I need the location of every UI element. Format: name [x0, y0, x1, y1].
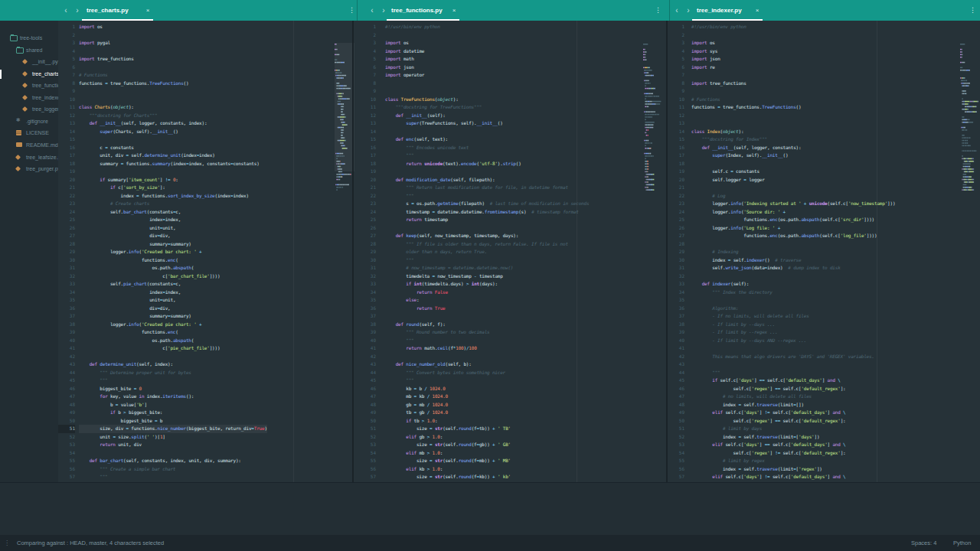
code-line[interactable]: import operator — [385, 71, 589, 80]
code-line[interactable]: self.logger = logger — [691, 176, 895, 184]
pane-divider[interactable] — [666, 21, 668, 482]
code-line[interactable]: This means that algo drivers are 'DAYS' … — [691, 353, 895, 361]
sidebar-item-license[interactable]: LICENSE — [0, 127, 58, 139]
code-line[interactable]: os.path.abspath( — [79, 337, 267, 345]
code-line[interactable]: elif self.c['days'] != self.c['default_d… — [691, 409, 895, 417]
code-line[interactable]: summary=summary) — [79, 312, 267, 321]
code-line[interactable]: """docstring for Charts""" — [79, 112, 267, 120]
line-number-gutter[interactable]: 1234567891011121314151617181920212223242… — [668, 21, 684, 481]
code-line[interactable] — [691, 240, 895, 249]
code-line[interactable]: import pygal — [79, 39, 267, 47]
prev-tab-icon[interactable]: ‹ — [61, 0, 70, 21]
tab-tree-indexer[interactable]: tree_indexer.py × — [692, 0, 763, 21]
code-line[interactable]: # Create charts — [79, 200, 267, 208]
code-line[interactable]: elif self.c['days'] != self.c['default_d… — [691, 473, 895, 481]
code-line[interactable]: if self.c['days'] == self.c['default_day… — [691, 377, 895, 385]
indentation-status[interactable]: Spaces: 4 — [911, 540, 936, 546]
code-line[interactable]: index = self.traverse(limit=['days']) — [691, 433, 895, 442]
code-line[interactable]: #!/usr/bin/env python — [691, 23, 895, 31]
code-line[interactable]: Algorithm: — [691, 305, 895, 313]
code-line[interactable] — [79, 353, 267, 361]
code-line[interactable]: index = functions.sort_index_by_size(ind… — [79, 192, 267, 201]
code-line[interactable]: def indexer(self): — [691, 280, 895, 289]
code-line[interactable]: if summary['item_count'] != 0: — [79, 176, 267, 184]
prev-tab-icon[interactable]: ‹ — [368, 0, 377, 21]
code-line[interactable]: import json — [385, 64, 589, 72]
code-line[interactable]: timestamp = datetime.datetime.fromtimest… — [385, 208, 589, 217]
code-line[interactable] — [79, 47, 267, 56]
code-line[interactable]: unit=unit, — [79, 224, 267, 233]
code-line[interactable]: elif mb > 1.0: — [385, 449, 589, 458]
code-line[interactable] — [385, 224, 589, 233]
code-line[interactable]: """ Round number to two decimals — [385, 328, 589, 337]
code-line[interactable]: """ Return last modification date for fi… — [385, 184, 589, 192]
code-area-tree_indexer.py[interactable]: #!/usr/bin/env python import osimport sy… — [691, 21, 895, 481]
sidebar-item--gitignore[interactable]: ✱.gitignore — [0, 116, 58, 127]
code-line[interactable]: index = self.traverse(limit=[]) — [691, 401, 895, 409]
tab-tree-charts[interactable]: tree_charts.py × — [82, 0, 153, 21]
sidebar-item--init-py[interactable]: __init__.py — [0, 56, 58, 67]
code-line[interactable]: div=div, — [79, 232, 267, 240]
code-line[interactable]: def keep(self, now_timestamp, timestamp,… — [385, 232, 589, 240]
code-line[interactable]: def __init__(self): — [385, 112, 589, 120]
code-line[interactable] — [385, 80, 589, 88]
code-line[interactable]: return False — [385, 289, 589, 297]
code-line[interactable]: c['pie_chart_file']))) — [79, 344, 267, 353]
code-line[interactable]: super(Charts, self).__init__() — [79, 128, 267, 136]
tab-overflow-icon[interactable]: ⋮ — [348, 0, 355, 21]
code-line[interactable]: functions.enc(os.path.abspath(self.c['sr… — [691, 216, 895, 224]
code-line[interactable]: """ Create a simple bar chart — [79, 465, 267, 474]
code-line[interactable]: logger.info('Created pie chart: ' + — [79, 321, 267, 329]
code-line[interactable]: size = str(self.round(f=kb)) + ' kb' — [385, 473, 589, 481]
code-line[interactable]: """ Index the directory — [691, 289, 895, 297]
code-line[interactable]: # limit by days — [691, 425, 895, 433]
code-line[interactable]: self.write_json(data=index) # dump index… — [691, 264, 895, 272]
code-line[interactable]: os.path.abspath( — [79, 264, 267, 272]
code-line[interactable]: import tree_functions — [79, 55, 267, 64]
line-number-gutter[interactable]: 1234567891011121314151617181920212223242… — [58, 21, 75, 481]
code-line[interactable] — [79, 31, 267, 40]
code-line[interactable] — [691, 296, 895, 305]
code-line[interactable]: self.c = constants — [691, 168, 895, 176]
code-line[interactable]: """ If file is older than n days, return… — [385, 240, 589, 249]
code-line[interactable]: div=div, — [79, 305, 267, 313]
code-line[interactable]: self.c['regex'] == self.c['default_regex… — [691, 385, 895, 393]
code-line[interactable]: functions.enc( — [79, 328, 267, 337]
code-line[interactable]: class Charts(object): — [79, 103, 267, 112]
code-line[interactable]: def determine_unit(self, index): — [79, 360, 267, 369]
minimap-tree_functions.py[interactable] — [643, 43, 663, 272]
code-line[interactable]: index=index, — [79, 289, 267, 297]
code-line[interactable] — [691, 112, 895, 120]
code-line[interactable]: logger.info('Created bar chart: ' + — [79, 248, 267, 256]
code-line[interactable]: - If limit by --days ... — [691, 321, 895, 329]
code-line[interactable]: index = self.traverse(limit=['regex']) — [691, 465, 895, 474]
code-line[interactable]: """docstring for Index""" — [691, 135, 895, 144]
code-line[interactable]: c = constants — [79, 144, 267, 152]
code-line[interactable]: def enc(self, text): — [385, 135, 589, 144]
code-line[interactable]: """ Encodes unicode text — [385, 144, 589, 152]
code-line[interactable] — [691, 119, 895, 128]
code-area-tree_functions.py[interactable]: #!/usr/bin/env python import osimport da… — [385, 21, 589, 481]
code-line[interactable]: elif gb > 1.0: — [385, 433, 589, 442]
code-line[interactable]: functions.enc( — [79, 256, 267, 265]
tab-tree-functions[interactable]: tree_functions.py × — [387, 0, 459, 21]
code-line[interactable] — [691, 272, 895, 281]
code-line[interactable] — [385, 128, 589, 136]
code-line[interactable]: if b > biggest_bite: — [79, 409, 267, 417]
code-line[interactable]: logger.info('Indexing started at ' + uni… — [691, 200, 895, 208]
code-line[interactable]: older than n days, return True. — [385, 248, 589, 256]
code-line[interactable] — [691, 31, 895, 40]
code-line[interactable]: import os — [691, 39, 895, 47]
code-line[interactable]: # limit by regex — [691, 457, 895, 465]
code-line[interactable] — [79, 449, 267, 458]
close-icon[interactable]: × — [144, 0, 152, 21]
code-line[interactable]: b = value['b'] — [79, 401, 267, 409]
code-line[interactable]: """ — [385, 337, 589, 345]
code-line[interactable]: biggest_bite = b — [79, 417, 267, 425]
code-line[interactable]: kb = b / 1024.0 — [385, 385, 589, 393]
code-line[interactable]: index=index, — [79, 216, 267, 224]
code-line[interactable]: - If no limits, will delete all files — [691, 312, 895, 321]
code-line[interactable]: - If limit by --regex ... — [691, 328, 895, 337]
sidebar-item-tree-indexer-py[interactable]: tree_indexer.py — [0, 92, 58, 103]
code-line[interactable]: self.c['regex'] != self.c['default_regex… — [691, 449, 895, 458]
